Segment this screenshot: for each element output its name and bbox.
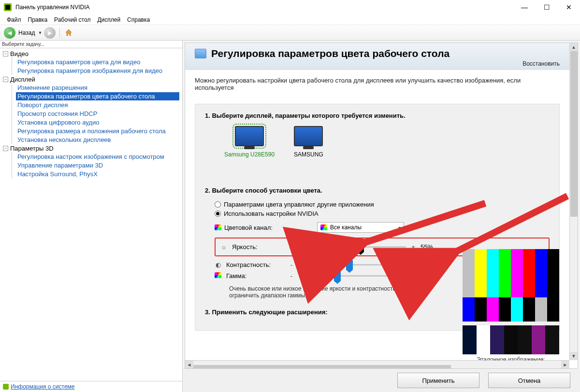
monitor-icon [235, 126, 264, 146]
channel-value: Все каналы [330, 224, 362, 231]
plus-icon: + [405, 261, 410, 268]
brightness-label: Яркость: [232, 243, 290, 251]
tree-item[interactable]: Изменение разрешения [16, 84, 179, 92]
slider-thumb[interactable] [346, 260, 353, 270]
gamma-label: Гамма: [226, 272, 284, 280]
tree-item-selected[interactable]: Регулировка параметров цвета рабочего ст… [16, 92, 179, 100]
restore-link[interactable]: Восстановить [195, 60, 560, 67]
contrast-slider[interactable] [299, 264, 400, 266]
main-scroll-area: Регулировка параметров цвета рабочего ст… [185, 42, 578, 369]
apply-button[interactable]: Применить [397, 373, 479, 388]
display-name: SAMSUNG [294, 151, 323, 158]
gamma-value: 1.00 [415, 272, 439, 280]
menu-desktop[interactable]: Рабочий стол [51, 15, 93, 24]
tree-item[interactable]: Регулировка параметров цвета для видео [16, 58, 179, 66]
menu-file[interactable]: Файл [4, 15, 24, 24]
brightness-slider[interactable] [304, 246, 406, 248]
tree-item[interactable]: Регулировка настроек изображения с просм… [16, 153, 179, 161]
page-title: Регулировка параметров цвета рабочего ст… [211, 48, 450, 59]
back-dropdown-icon[interactable]: ▼ [38, 30, 42, 35]
nvidia-icon [3, 384, 9, 390]
tree-item[interactable]: Регулировка размера и положения рабочего… [16, 127, 179, 135]
monitor-icon [294, 126, 323, 146]
color-channel-icon [320, 224, 327, 230]
tree-cat-video[interactable]: − Видео [3, 50, 179, 57]
cancel-button[interactable]: Отмена [488, 373, 570, 388]
channel-label: Цветовой канал: [224, 224, 273, 231]
menu-edit[interactable]: Правка [25, 15, 51, 24]
display-option-1[interactable]: Samsung U28E590 [224, 126, 275, 158]
page-header: Регулировка параметров цвета рабочего ст… [185, 43, 569, 70]
vertical-scrollbar[interactable]: ▲ ▼ [569, 43, 578, 360]
plus-icon: + [411, 243, 416, 251]
task-tree: − Видео Регулировка параметров цвета для… [0, 48, 182, 381]
channel-select[interactable]: Все каналы [317, 222, 404, 233]
scroll-up-icon[interactable]: ▲ [570, 43, 578, 51]
tree-cat-label: Видео [10, 50, 29, 57]
menubar: Файл Правка Рабочий стол Дисплей Справка [0, 14, 580, 25]
tree-item[interactable]: Настройка Surround, PhysX [16, 170, 179, 178]
main-pane: Регулировка параметров цвета рабочего ст… [183, 41, 580, 392]
contrast-value: 50% [415, 261, 439, 268]
toolbar-separator [59, 28, 60, 38]
tree-cat-3d[interactable]: − Параметры 3D [3, 145, 179, 152]
scroll-right-icon[interactable]: ► [561, 361, 569, 369]
slider-note: Очень высокое или низкое значение яркост… [229, 285, 432, 299]
home-button[interactable] [64, 28, 73, 38]
brightness-value: 55% [420, 243, 445, 251]
reference-image: Эталонное изображение: [463, 249, 559, 363]
brightness-icon: ☼ [220, 243, 227, 251]
minus-icon: - [289, 272, 294, 280]
radio-label: Параметрами цвета управляют другие прило… [224, 201, 374, 208]
system-info-link[interactable]: Информация о системе [0, 381, 182, 392]
display-name: Samsung U28E590 [224, 151, 275, 158]
minimize-button[interactable]: — [513, 0, 536, 14]
slider-thumb[interactable] [334, 271, 341, 281]
tree-cat-display[interactable]: − Дисплей [3, 76, 179, 83]
back-button[interactable]: ◄ [4, 27, 15, 39]
tree-cat-label: Параметры 3D [10, 145, 54, 152]
gamma-slider[interactable] [299, 275, 400, 277]
scroll-thumb[interactable] [193, 365, 451, 369]
tree-item[interactable]: Поворот дисплея [16, 101, 179, 109]
sidebar-header: Выберите задачу... [0, 41, 182, 48]
collapse-icon[interactable]: − [3, 77, 8, 82]
maximize-button[interactable]: ☐ [536, 0, 558, 14]
contrast-icon: ◐ [215, 261, 221, 268]
tree-item[interactable]: Установка цифрового аудио [16, 118, 179, 126]
page-description: Можно регулировать настройки цвета рабоч… [185, 70, 569, 98]
tree-item[interactable]: Регулировка параметров изображения для в… [16, 67, 179, 75]
menu-display[interactable]: Дисплей [94, 15, 123, 24]
sysinfo-label[interactable]: Информация о системе [11, 383, 74, 390]
color-channel-icon [215, 224, 221, 230]
minus-icon: - [289, 261, 294, 268]
settings-panel: 1. Выберите дисплей, параметры которого … [195, 104, 560, 331]
page-header-icon [195, 49, 206, 58]
sidebar: Выберите задачу... − Видео Регулировка п… [0, 41, 183, 392]
scroll-thumb[interactable] [570, 51, 578, 217]
scroll-down-icon[interactable]: ▼ [570, 352, 578, 360]
back-label: Назад [18, 29, 35, 36]
radio-icon [215, 201, 221, 208]
window-title: Панель управления NVIDIA [15, 4, 513, 11]
tree-item[interactable]: Управление параметрами 3D [16, 161, 179, 169]
slider-thumb[interactable] [357, 242, 364, 252]
tree-cat-label: Дисплей [10, 76, 35, 83]
close-button[interactable]: ✕ [558, 0, 580, 14]
radio-other-apps[interactable]: Параметрами цвета управляют другие прило… [215, 201, 550, 208]
radio-label: Использовать настройки NVIDIA [224, 210, 319, 217]
scroll-left-icon[interactable]: ◄ [185, 361, 193, 369]
page-title-row: Регулировка параметров цвета рабочего ст… [195, 48, 560, 59]
step1-title: 1. Выберите дисплей, параметры которого … [205, 112, 550, 119]
radio-nvidia[interactable]: Использовать настройки NVIDIA [215, 210, 550, 217]
app-icon [4, 3, 12, 11]
contrast-label: Контрастность: [226, 261, 284, 268]
forward-button[interactable]: ► [44, 27, 56, 39]
menu-help[interactable]: Справка [124, 15, 153, 24]
collapse-icon[interactable]: − [3, 51, 8, 56]
tree-item[interactable]: Установка нескольких дисплеев [16, 136, 179, 144]
horizontal-scrollbar[interactable]: ◄ ► [185, 360, 569, 368]
collapse-icon[interactable]: − [3, 146, 8, 151]
tree-item[interactable]: Просмотр состояния HDCP [16, 110, 179, 118]
display-option-2[interactable]: SAMSUNG [294, 126, 323, 158]
